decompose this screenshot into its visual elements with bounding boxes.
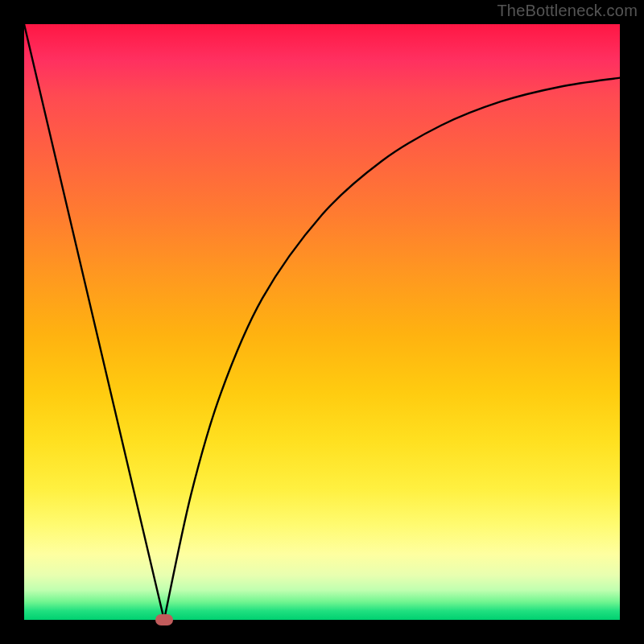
curve-svg <box>24 24 620 620</box>
chart-frame: TheBottleneck.com <box>0 0 644 644</box>
curve-left <box>24 24 164 620</box>
watermark-text: TheBottleneck.com <box>497 2 638 20</box>
minimum-marker <box>155 614 173 625</box>
curve-right <box>164 78 620 620</box>
plot-area <box>24 24 620 620</box>
